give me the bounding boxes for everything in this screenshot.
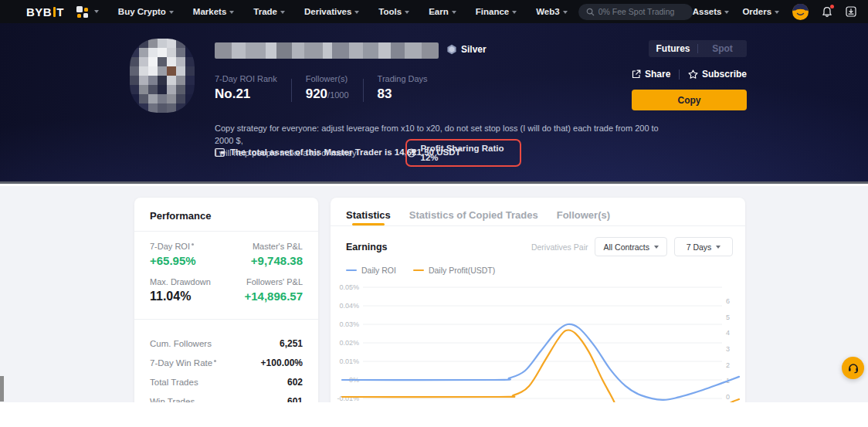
download-icon bbox=[846, 6, 856, 17]
svg-text:5: 5 bbox=[726, 313, 730, 321]
silver-gem-icon bbox=[446, 44, 457, 55]
chevron-down-icon bbox=[452, 11, 456, 14]
earnings-chart-svg: 0.05%0.04%0.03%0.02%0.01%0%-0.01%6543210 bbox=[331, 281, 745, 402]
copy-button[interactable]: Copy bbox=[632, 90, 747, 110]
metric-max-drawdown: Max. Drawdown 11.04% bbox=[150, 277, 212, 303]
row-total-trades: Total Trades 602 bbox=[150, 372, 303, 391]
chevron-down-icon bbox=[775, 11, 779, 14]
metric-7day-roi: 7-Day ROI +65.95% bbox=[150, 242, 196, 267]
daily-profit-line bbox=[342, 330, 739, 402]
bybit-logo[interactable]: BYBT bbox=[26, 5, 64, 19]
trader-name-blurred bbox=[215, 42, 439, 59]
trader-avatar-blurred bbox=[130, 39, 195, 113]
tab-statistics[interactable]: Statistics bbox=[346, 209, 391, 225]
nav-item-tools[interactable]: Tools bbox=[378, 7, 409, 16]
stat-roi-rank: 7-Day ROI Rank No.21 bbox=[215, 74, 277, 102]
svg-text:3: 3 bbox=[726, 345, 730, 353]
legend-daily-roi: Daily ROI bbox=[346, 266, 396, 275]
nav-item-earn[interactable]: Earn bbox=[429, 7, 456, 16]
divider bbox=[134, 319, 318, 320]
nav-item-web3[interactable]: Web3 bbox=[536, 7, 567, 16]
nav-item-markets[interactable]: Markets bbox=[193, 7, 234, 16]
share-subscribe-row: Share Subscribe bbox=[632, 69, 747, 80]
wallet-icon bbox=[215, 148, 225, 157]
customer-support-button[interactable] bbox=[842, 357, 864, 379]
row-7day-win-rate: 7-Day Win Rate +100.00% bbox=[150, 353, 303, 372]
divider bbox=[363, 79, 364, 102]
profit-sharing-text: Profit Sharing Ratio 12% bbox=[420, 144, 520, 162]
info-dot-icon[interactable] bbox=[214, 360, 216, 362]
chevron-down-icon bbox=[724, 11, 729, 14]
top-nav: BYBT Buy Crypto Markets Trade Derivative… bbox=[0, 0, 868, 23]
headset-icon bbox=[847, 362, 860, 374]
viewport-bottom-strip bbox=[0, 402, 868, 427]
tab-copied-trades[interactable]: Statistics of Copied Trades bbox=[409, 209, 538, 225]
chevron-down-icon bbox=[169, 11, 174, 14]
chevron-down-icon bbox=[405, 11, 409, 14]
avatar-icon bbox=[792, 4, 809, 20]
nav-right-cluster: Assets Orders bbox=[693, 4, 868, 20]
subscribe-button[interactable]: Subscribe bbox=[688, 69, 747, 80]
performance-list: Cum. Followers 6,251 7-Day Win Rate +100… bbox=[150, 334, 303, 411]
stat-followers: Follower(s) 920/1000 bbox=[306, 74, 349, 102]
svg-text:0.04%: 0.04% bbox=[339, 302, 359, 310]
stat-trading-days: Trading Days 83 bbox=[378, 74, 428, 102]
notification-badge bbox=[830, 5, 834, 8]
chevron-down-icon bbox=[354, 11, 359, 14]
tab-followers[interactable]: Follower(s) bbox=[557, 209, 610, 225]
logo-text-right: T bbox=[56, 5, 64, 19]
toggle-futures[interactable]: Futures bbox=[649, 43, 697, 54]
nav-item-orders[interactable]: Orders bbox=[742, 7, 779, 16]
period-dropdown[interactable]: 7 Days bbox=[674, 237, 733, 256]
search-input[interactable]: 0% Fee Spot Trading bbox=[578, 4, 693, 20]
toggle-spot[interactable]: Spot bbox=[698, 43, 747, 54]
svg-text:0.03%: 0.03% bbox=[339, 320, 359, 328]
svg-text:2: 2 bbox=[726, 361, 730, 369]
profit-sharing-highlight-box: Profit Sharing Ratio 12% bbox=[405, 139, 521, 167]
scrollbar-fragment[interactable] bbox=[0, 376, 4, 402]
performance-title: Performance bbox=[150, 198, 303, 231]
chevron-down-icon bbox=[94, 10, 99, 13]
logo-text-left: BYB bbox=[26, 5, 52, 19]
metric-followers-pnl: Followers' P&L +14,896.57 bbox=[245, 277, 303, 303]
apps-grid-icon bbox=[76, 6, 88, 18]
tier-badge-label: Silver bbox=[461, 44, 487, 55]
chevron-down-icon bbox=[280, 11, 285, 14]
derivatives-pair-label: Derivatives Pair bbox=[531, 242, 588, 252]
svg-text:0: 0 bbox=[726, 393, 730, 401]
search-icon bbox=[586, 8, 595, 16]
divider bbox=[134, 231, 318, 232]
svg-text:0.05%: 0.05% bbox=[339, 283, 359, 291]
earnings-title: Earnings bbox=[346, 242, 388, 252]
svg-text:4: 4 bbox=[726, 329, 730, 337]
legend-daily-profit: Daily Profit(USDT) bbox=[413, 266, 495, 275]
share-button[interactable]: Share bbox=[632, 69, 670, 80]
page-body: Performance 7-Day ROI +65.95% Master's P… bbox=[0, 186, 868, 402]
info-dot-icon[interactable] bbox=[192, 243, 194, 246]
nav-item-assets[interactable]: Assets bbox=[693, 7, 730, 16]
page: BYBT Buy Crypto Markets Trade Derivative… bbox=[0, 0, 868, 427]
divider bbox=[679, 69, 680, 80]
notifications-button[interactable] bbox=[822, 6, 832, 18]
earnings-chart[interactable]: 0.05%0.04%0.03%0.02%0.01%0%-0.01%6543210 bbox=[331, 281, 745, 402]
search-placeholder: 0% Fee Spot Trading bbox=[598, 7, 675, 16]
chevron-down-icon bbox=[654, 246, 659, 249]
apps-menu[interactable] bbox=[76, 6, 99, 18]
user-avatar[interactable] bbox=[792, 4, 809, 20]
performance-card: Performance 7-Day ROI +65.95% Master's P… bbox=[134, 198, 318, 422]
svg-text:-0.01%: -0.01% bbox=[337, 395, 359, 402]
nav-item-derivatives[interactable]: Derivatives bbox=[304, 7, 359, 16]
svg-text:0.01%: 0.01% bbox=[339, 358, 359, 365]
divider bbox=[291, 79, 292, 102]
nav-item-trade[interactable]: Trade bbox=[253, 7, 285, 16]
statistics-tabs: Statistics Statistics of Copied Trades F… bbox=[331, 198, 745, 226]
download-app-button[interactable] bbox=[846, 6, 856, 17]
share-icon bbox=[632, 69, 641, 79]
svg-text:6: 6 bbox=[726, 297, 730, 305]
legend-swatch-blue bbox=[346, 269, 357, 272]
contracts-dropdown[interactable]: All Contracts bbox=[595, 237, 667, 256]
daily-roi-line bbox=[342, 324, 739, 400]
nav-item-finance[interactable]: Finance bbox=[476, 7, 517, 16]
nav-item-buy-crypto[interactable]: Buy Crypto bbox=[118, 7, 174, 16]
tier-badge: Silver bbox=[446, 44, 487, 55]
